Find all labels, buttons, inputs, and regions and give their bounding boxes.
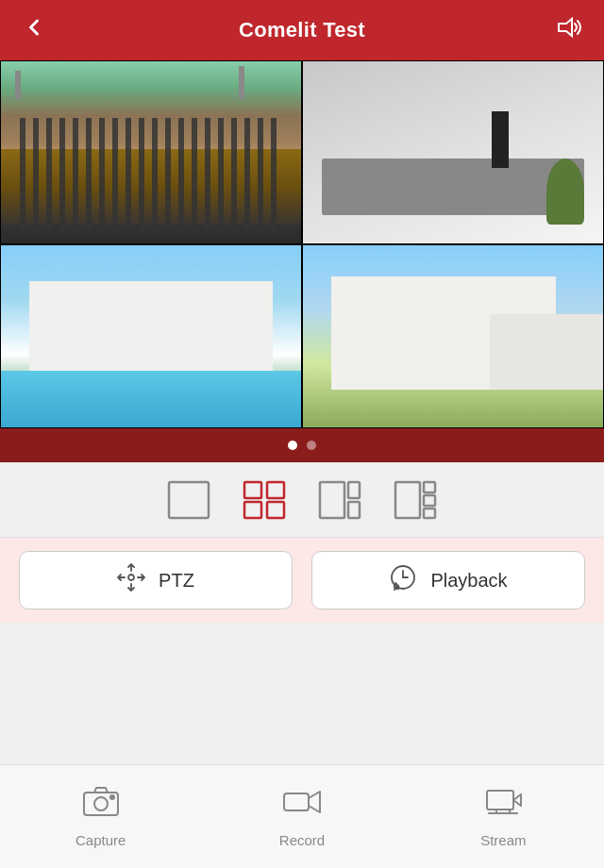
svg-marker-23 [309,792,320,812]
tab-bar: Capture Record Stream [0,764,604,868]
svg-line-25 [513,794,521,800]
layout-custom1[interactable] [311,474,368,526]
layout-quad[interactable] [236,474,293,526]
capture-label: Capture [76,832,126,848]
svg-rect-5 [267,502,284,518]
tab-record[interactable]: Record [201,785,402,848]
svg-rect-9 [395,482,420,518]
back-button[interactable] [15,14,53,47]
action-row: PTZ Playback [0,538,604,623]
svg-rect-3 [267,482,284,498]
ptz-icon [117,563,145,597]
dot-1[interactable] [288,441,297,450]
camera-cell-4[interactable] [302,244,604,428]
tab-stream[interactable]: Stream [403,785,604,848]
capture-icon [81,785,121,825]
page-indicator [0,428,604,462]
layout-custom2[interactable] [387,474,444,526]
svg-rect-1 [169,482,209,518]
playback-button[interactable]: Playback [311,551,585,609]
svg-rect-2 [244,482,261,498]
dot-2[interactable] [307,441,316,450]
record-label: Record [279,832,325,848]
svg-rect-4 [244,502,261,518]
svg-rect-10 [424,482,435,492]
layout-selector [0,462,604,538]
playback-icon [389,563,417,597]
svg-marker-0 [559,19,572,36]
camera-cell-3[interactable] [0,244,302,428]
svg-point-13 [128,575,134,580]
playback-label: Playback [430,570,507,592]
svg-point-20 [94,797,108,810]
camera-grid [0,60,604,428]
svg-rect-7 [348,482,360,498]
svg-rect-22 [284,793,309,810]
svg-rect-6 [320,482,344,518]
svg-rect-8 [348,502,360,518]
page-title: Comelit Test [239,18,365,42]
record-icon [282,785,322,825]
header: Comelit Test [0,0,604,60]
svg-rect-24 [487,791,513,810]
layout-single[interactable] [160,474,217,526]
camera-cell-2[interactable] [302,60,604,244]
tab-capture[interactable]: Capture [0,785,201,848]
stream-icon [483,785,523,825]
ptz-label: PTZ [159,570,194,592]
camera-cell-1[interactable] [0,60,302,244]
ptz-button[interactable]: PTZ [19,551,293,609]
svg-rect-12 [424,509,435,518]
svg-rect-11 [424,495,435,506]
stream-label: Stream [480,832,526,848]
svg-line-26 [513,800,521,806]
svg-point-21 [110,795,114,799]
volume-button[interactable] [551,16,589,44]
